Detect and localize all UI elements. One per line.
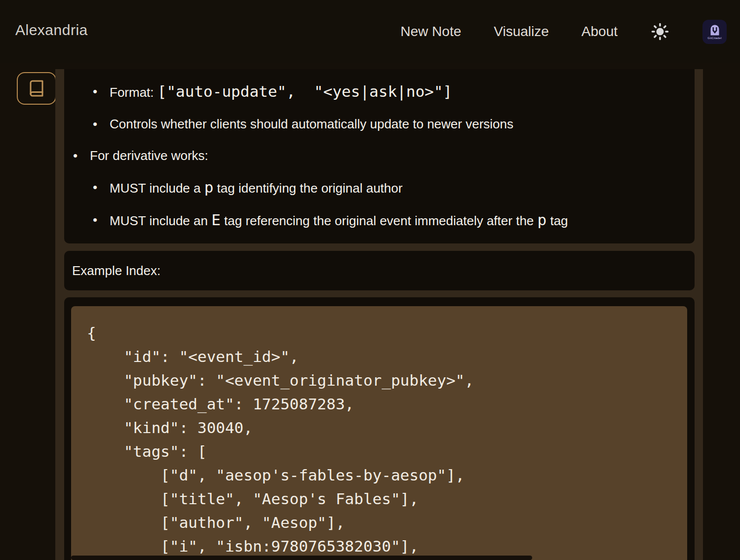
book-icon: [28, 80, 45, 97]
app-logo[interactable]: Alexandria: [15, 22, 88, 39]
theme-toggle-button[interactable]: [650, 22, 670, 41]
list-item: Format: ["auto-update", "<yes|ask|no>"]: [64, 84, 695, 100]
inline-code: E: [211, 211, 221, 229]
code-container: { "id": "<event_id>", "pubkey": "<event_…: [71, 306, 687, 560]
inline-code: p: [538, 211, 547, 229]
text-run: tag referencing the original event immed…: [221, 213, 538, 228]
nav-item-visualize[interactable]: Visualize: [494, 24, 549, 40]
text-run: Controls whether clients should automati…: [110, 117, 513, 131]
top-nav: Alexandria New Note Visualize About: [0, 0, 740, 63]
example-index-section: Example Index:: [64, 251, 695, 290]
code-block: { "id": "<event_id>", "pubkey": "<event_…: [87, 321, 687, 558]
list-item: For derivative works:: [64, 148, 695, 163]
example-index-label: Example Index:: [72, 263, 160, 279]
list-item: MUST include an E tag referencing the or…: [64, 212, 695, 228]
nav-item-about[interactable]: About: [582, 24, 618, 40]
text-run: For derivative works:: [90, 148, 208, 163]
sun-icon: [651, 22, 669, 41]
list-item: Controls whether clients should automati…: [64, 117, 695, 131]
text-run: tag identifying the original author: [213, 181, 402, 196]
list-item: MUST include a p tag identifying the ori…: [64, 180, 695, 196]
text-run: Format:: [110, 85, 157, 100]
text-run: tag: [546, 213, 568, 228]
table-of-contents-button[interactable]: [17, 72, 56, 105]
nav-item-new-note[interactable]: New Note: [400, 24, 461, 40]
text-run: MUST include an: [110, 213, 211, 228]
bullet-list: Format: ["auto-update", "<yes|ask|no>"]C…: [64, 84, 695, 228]
nav-links: New Note Visualize About: [400, 0, 727, 63]
user-avatar[interactable]: GitCitadel: [702, 20, 727, 44]
document-reader-pane[interactable]: Format: ["auto-update", "<yes|ask|no>"]C…: [55, 69, 703, 560]
inline-code: ["auto-update", "<yes|ask|no>"]: [157, 82, 452, 100]
inline-code: p: [204, 178, 214, 196]
gitcitadel-ghost-icon: [709, 24, 721, 36]
code-horizontal-scrollbar-thumb[interactable]: [71, 556, 532, 560]
code-section: { "id": "<event_id>", "pubkey": "<event_…: [64, 297, 695, 560]
text-run: MUST include a: [110, 181, 204, 196]
spec-bullet-section: Format: ["auto-update", "<yes|ask|no>"]C…: [64, 69, 695, 243]
avatar-label: GitCitadel: [707, 37, 721, 40]
